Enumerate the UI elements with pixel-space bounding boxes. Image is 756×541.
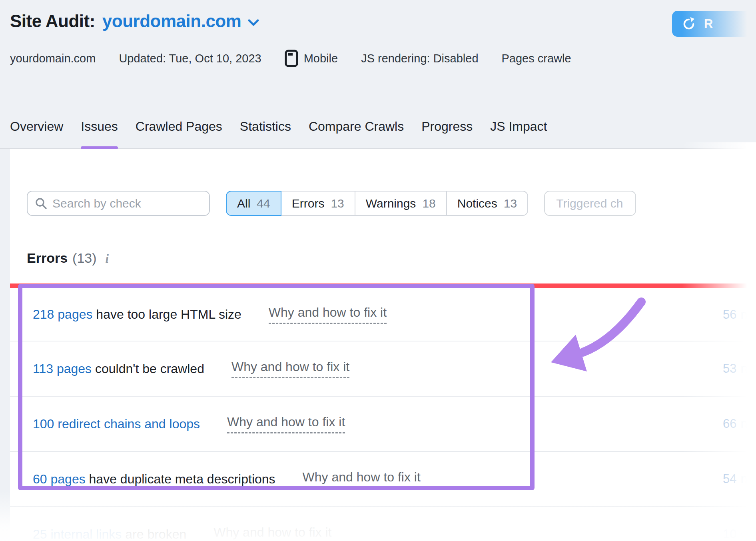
domain-selector[interactable]: yourdomain.com [102,11,260,31]
meta-device-label: Mobile [304,52,338,65]
why-how-to-fix-link[interactable]: Why and how to fix it [269,305,387,324]
errors-severity-bar [10,283,756,288]
refresh-icon [682,17,696,31]
new-count: 56ne [723,307,756,322]
selected-domain[interactable]: yourdomain.com [102,11,241,31]
errors-section-header: Errors (13) i [10,250,756,266]
issue-pages-link[interactable]: 218 pages [33,307,92,322]
meta-updated: Updated: Tue, Oct 10, 2023 [119,52,261,65]
issue-row-duplicate-meta: 60 pages have duplicate meta description… [10,452,756,507]
triggered-checks-filter[interactable]: Triggered ch [544,191,636,216]
errors-section-title: Errors [27,250,68,266]
rerun-campaign-button[interactable]: R [672,11,756,37]
tab-crawled-pages[interactable]: Crawled Pages [136,119,222,148]
search-input[interactable] [27,191,210,216]
meta-device: Mobile [285,50,338,67]
page-header: Site Audit: yourdomain.com R yourdomain.… [0,0,756,67]
issue-pages-link[interactable]: 113 pages [33,361,92,376]
tab-overview[interactable]: Overview [10,119,63,148]
why-how-to-fix-link[interactable]: Why and how to fix it [227,415,345,433]
info-icon[interactable]: i [106,252,109,266]
mobile-phone-icon [285,50,298,67]
active-tab-underline [81,146,118,149]
issue-pages-link[interactable]: 25 internal links [33,527,122,541]
search-icon [35,197,48,212]
new-count: 54ne [723,472,756,486]
chevron-down-icon [247,19,259,27]
errors-section-count: (13) [72,250,96,266]
filter-errors[interactable]: Errors 13 [281,191,355,216]
issues-panel: All 44 Errors 13 Warnings 18 Notices 13 … [10,149,756,541]
issues-toolbar: All 44 Errors 13 Warnings 18 Notices 13 … [10,149,756,216]
meta-domain: yourdomain.com [10,52,96,65]
issue-row-not-crawled: 113 pages couldn't be crawled Why and ho… [10,341,756,397]
meta-pages-crawled: Pages crawle [502,52,571,65]
why-how-to-fix-link[interactable]: Why and how to fix it [303,470,421,489]
issue-pages-link[interactable]: 60 pages [33,472,86,487]
meta-js-rendering: JS rendering: Disabled [361,52,478,65]
filter-warnings[interactable]: Warnings 18 [355,191,447,216]
filter-notices[interactable]: Notices 13 [446,191,528,216]
tab-compare-crawls[interactable]: Compare Crawls [309,119,404,148]
rerun-button-label: R [704,17,713,31]
errors-list: 218 pages have too large HTML size Why a… [10,288,756,541]
severity-filter: All 44 Errors 13 Warnings 18 Notices 13 [226,191,528,216]
new-count: 10ne [723,527,756,541]
issue-row-html-size: 218 pages have too large HTML size Why a… [10,288,756,341]
search-box [27,191,210,216]
issue-pages-link[interactable]: 100 redirect chains and loops [33,417,200,431]
new-count: 53ne [723,361,756,376]
issue-row-broken-links: 25 internal links are broken Why and how… [10,507,756,541]
tab-js-impact[interactable]: JS Impact [490,119,547,148]
filter-all[interactable]: All 44 [226,191,281,216]
campaign-meta-row: yourdomain.com Updated: Tue, Oct 10, 202… [10,50,756,67]
page-title: Site Audit: [10,11,95,31]
why-how-to-fix-link[interactable]: Why and how to fix it [231,359,349,378]
why-how-to-fix-link[interactable]: Why and how to fix it [213,525,331,541]
new-count: 66ne [723,417,756,431]
tab-statistics[interactable]: Statistics [240,119,291,148]
main-tab-bar: Overview Issues Crawled Pages Statistics… [0,119,756,149]
issue-row-redirect-chains: 100 redirect chains and loops Why and ho… [10,397,756,452]
tab-progress[interactable]: Progress [421,119,473,148]
tab-issues[interactable]: Issues [81,119,118,148]
